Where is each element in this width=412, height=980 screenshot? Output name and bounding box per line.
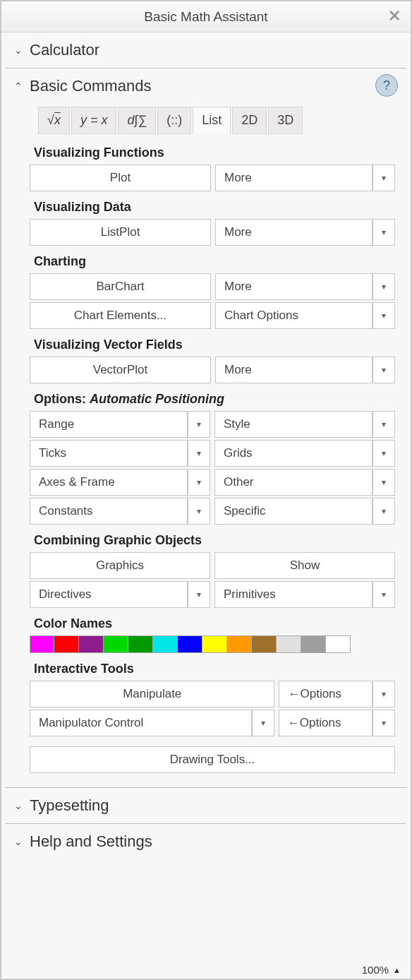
- dropdown-arrow-icon[interactable]: ▾: [372, 440, 395, 467]
- plot-more-dropdown: More ▾: [215, 165, 395, 191]
- tab-sqrt[interactable]: √x: [38, 107, 70, 134]
- color-swatch[interactable]: [104, 635, 128, 653]
- primitives-dropdown[interactable]: Primitives: [214, 581, 372, 608]
- color-swatch[interactable]: [277, 635, 301, 653]
- chevron-down-icon: ⌄: [14, 836, 24, 847]
- zoom-control[interactable]: 100% ▲: [362, 964, 401, 976]
- plot-more-label[interactable]: More: [215, 165, 372, 191]
- section-label: Typesetting: [30, 796, 109, 815]
- chart-options-dropdown: Chart Options ▾: [215, 302, 395, 329]
- style-dropdown[interactable]: Style: [214, 411, 372, 438]
- color-swatch[interactable]: [30, 635, 54, 653]
- color-swatches: [30, 635, 395, 653]
- group-charting: Charting: [34, 254, 395, 269]
- dropdown-arrow-icon[interactable]: ▾: [372, 581, 395, 608]
- color-swatch[interactable]: [128, 635, 153, 653]
- tab-3d[interactable]: 3D: [268, 107, 303, 134]
- dropdown-arrow-icon[interactable]: ▾: [372, 165, 395, 191]
- dropdown-arrow-icon[interactable]: ▾: [372, 469, 395, 496]
- chevron-down-icon: ⌄: [14, 44, 24, 56]
- section-label: Help and Settings: [30, 832, 152, 851]
- specific-dropdown[interactable]: Specific: [214, 498, 372, 525]
- color-swatch[interactable]: [79, 635, 104, 653]
- color-swatch[interactable]: [153, 635, 178, 653]
- manipulate-button[interactable]: Manipulate: [30, 681, 274, 707]
- section-label: Calculator: [30, 41, 99, 59]
- titlebar: Basic Math Assistant ✕: [1, 1, 411, 32]
- directives-dropdown[interactable]: Directives: [30, 581, 188, 608]
- color-swatch[interactable]: [178, 635, 202, 653]
- ticks-dropdown[interactable]: Ticks: [30, 440, 188, 467]
- barchart-button[interactable]: BarChart: [30, 273, 211, 300]
- help-button[interactable]: ?: [375, 74, 398, 97]
- other-dropdown[interactable]: Other: [214, 469, 372, 496]
- dropdown-arrow-icon[interactable]: ▾: [372, 411, 395, 438]
- triangle-up-icon: ▲: [393, 966, 401, 974]
- color-swatch[interactable]: [252, 635, 277, 653]
- axes-frame-dropdown[interactable]: Axes & Frame: [30, 469, 188, 496]
- section-help-settings[interactable]: ⌄ Help and Settings: [1, 824, 411, 859]
- dropdown-arrow-icon[interactable]: ▾: [372, 219, 395, 246]
- group-color-names: Color Names: [34, 616, 395, 631]
- color-swatch[interactable]: [227, 635, 252, 653]
- chevron-down-icon: ⌄: [14, 800, 24, 811]
- section-calculator[interactable]: ⌄ Calculator: [1, 32, 411, 68]
- tab-calculus[interactable]: d∫∑: [118, 107, 156, 134]
- graphics-button[interactable]: Graphics: [30, 552, 210, 579]
- dropdown-arrow-icon[interactable]: ▾: [188, 469, 210, 496]
- window-title: Basic Math Assistant: [144, 9, 267, 25]
- dropdown-arrow-icon[interactable]: ▾: [188, 411, 210, 438]
- section-label: Basic Commands: [30, 77, 151, 95]
- command-tabs: √x y = x d∫∑ (::) List 2D 3D: [38, 107, 395, 134]
- tab-yeqx[interactable]: y = x: [71, 107, 117, 134]
- manipulator-control-dropdown[interactable]: Manipulator Control: [30, 710, 252, 736]
- section-typesetting[interactable]: ⌄ Typesetting: [1, 788, 411, 823]
- barchart-more-dropdown: More ▾: [215, 273, 395, 300]
- range-dropdown[interactable]: Range: [30, 411, 188, 438]
- manipulator-options-dropdown[interactable]: ←Options: [279, 710, 372, 736]
- show-button[interactable]: Show: [214, 552, 395, 579]
- section-basic-commands[interactable]: ⌃ Basic Commands ?: [1, 68, 411, 100]
- dropdown-arrow-icon[interactable]: ▾: [372, 710, 395, 736]
- manipulate-options-dropdown[interactable]: ←Options: [279, 681, 372, 707]
- chart-elements-button[interactable]: Chart Elements...: [30, 302, 211, 329]
- dropdown-arrow-icon[interactable]: ▾: [188, 440, 210, 467]
- dropdown-arrow-icon[interactable]: ▾: [252, 710, 274, 736]
- tab-matrix[interactable]: (::): [157, 107, 191, 134]
- vectorplot-button[interactable]: VectorPlot: [30, 357, 211, 383]
- group-combining: Combining Graphic Objects: [34, 533, 395, 548]
- group-visualizing-data: Visualizing Data: [34, 200, 395, 215]
- group-visualizing-functions: Visualizing Functions: [34, 145, 395, 160]
- dropdown-arrow-icon[interactable]: ▾: [188, 581, 210, 608]
- close-icon[interactable]: ✕: [388, 7, 401, 25]
- zoom-value: 100%: [362, 964, 389, 976]
- color-swatch[interactable]: [301, 635, 326, 653]
- group-interactive-tools: Interactive Tools: [34, 662, 395, 676]
- drawing-tools-button[interactable]: Drawing Tools...: [30, 746, 395, 773]
- grids-dropdown[interactable]: Grids: [214, 440, 372, 467]
- constants-dropdown[interactable]: Constants: [30, 498, 188, 525]
- chevron-up-icon: ⌃: [14, 80, 24, 92]
- group-vector-fields: Visualizing Vector Fields: [34, 337, 395, 352]
- plot-button[interactable]: Plot: [30, 165, 211, 191]
- tab-2d[interactable]: 2D: [232, 107, 267, 134]
- listplot-more-dropdown: More ▾: [215, 219, 395, 246]
- tab-list[interactable]: List: [193, 107, 231, 134]
- dropdown-arrow-icon[interactable]: ▾: [372, 302, 395, 329]
- dropdown-arrow-icon[interactable]: ▾: [372, 357, 395, 383]
- dropdown-arrow-icon[interactable]: ▾: [188, 498, 210, 525]
- group-options: Options: Automatic Positioning: [34, 392, 395, 407]
- vectorplot-more-dropdown: More ▾: [215, 357, 395, 383]
- listplot-button[interactable]: ListPlot: [30, 219, 211, 246]
- color-swatch[interactable]: [54, 635, 79, 653]
- dropdown-arrow-icon[interactable]: ▾: [372, 498, 395, 525]
- color-swatch[interactable]: [326, 635, 351, 653]
- dropdown-arrow-icon[interactable]: ▾: [372, 681, 395, 707]
- dropdown-arrow-icon[interactable]: ▾: [372, 273, 395, 300]
- color-swatch[interactable]: [202, 635, 227, 653]
